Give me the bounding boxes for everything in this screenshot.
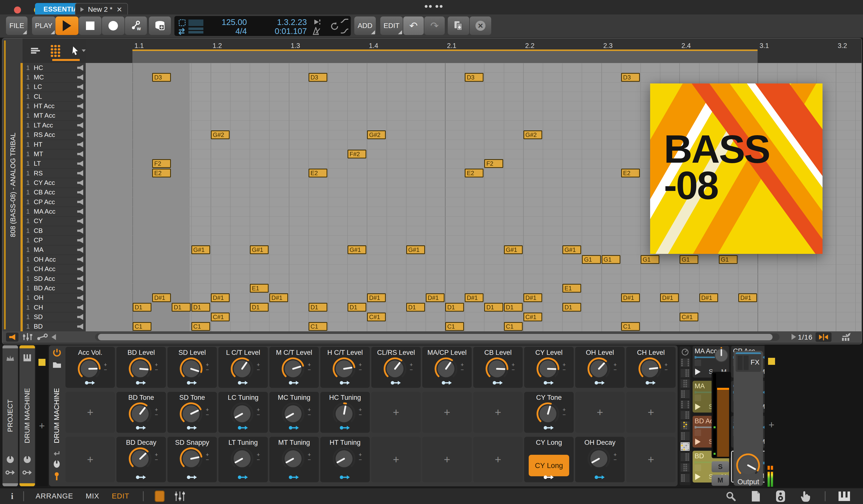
value-stepper[interactable]: +− bbox=[204, 452, 211, 462]
drum-pad-row[interactable]: 1BD bbox=[23, 322, 86, 331]
output-knob[interactable] bbox=[736, 453, 761, 478]
speaker-icon[interactable] bbox=[77, 247, 83, 253]
play-button[interactable] bbox=[55, 16, 78, 35]
drum-pad-row[interactable]: 1CB Acc bbox=[23, 188, 86, 198]
note[interactable]: C1 bbox=[191, 322, 210, 331]
note[interactable]: D1 bbox=[172, 303, 190, 312]
speaker-icon[interactable] bbox=[77, 170, 83, 176]
ch-level-knob[interactable] bbox=[638, 357, 662, 381]
drum-pad-row[interactable]: 1CH Acc bbox=[23, 264, 86, 274]
pin-icon[interactable] bbox=[53, 472, 60, 481]
empty-slot[interactable]: + bbox=[626, 437, 676, 482]
swing-icon[interactable] bbox=[177, 28, 187, 35]
pan-knob[interactable] bbox=[714, 346, 729, 363]
pad-play-icon[interactable] bbox=[695, 368, 701, 375]
clip-sidebar[interactable]: 808 (BASS-08) - ANALOG TRIBAL bbox=[2, 38, 23, 331]
modulation-route-icon[interactable] bbox=[269, 380, 319, 386]
cb-level-knob[interactable] bbox=[485, 357, 509, 381]
speaker-icon[interactable] bbox=[77, 122, 83, 128]
pattern-thumbnail[interactable] bbox=[680, 379, 690, 388]
pattern-thumbnail[interactable] bbox=[680, 474, 690, 482]
file-menu-button[interactable]: FILE bbox=[6, 16, 27, 35]
mt-tuning-knob[interactable] bbox=[281, 447, 305, 471]
drum-pad-row[interactable]: 1RS Acc bbox=[23, 130, 86, 140]
modulation-route-icon[interactable] bbox=[167, 474, 217, 480]
value-stepper[interactable]: +− bbox=[306, 362, 313, 372]
empty-slot[interactable]: + bbox=[473, 392, 523, 433]
drum-pad-row[interactable]: 1CP Acc bbox=[23, 197, 86, 207]
speaker-icon[interactable] bbox=[77, 151, 83, 157]
note[interactable]: D1 bbox=[309, 303, 327, 312]
empty-slot[interactable]: + bbox=[371, 392, 421, 433]
note[interactable]: G#2 bbox=[523, 130, 542, 139]
modulation-route-icon[interactable] bbox=[167, 380, 217, 386]
stop-button[interactable] bbox=[79, 16, 101, 35]
lc-tuning-knob[interactable] bbox=[230, 402, 254, 426]
empty-slot[interactable]: + bbox=[371, 437, 421, 482]
pattern-thumbnail[interactable] bbox=[680, 421, 690, 430]
value-stepper[interactable]: +− bbox=[204, 362, 211, 372]
speaker-icon[interactable] bbox=[77, 304, 83, 310]
drum-pad-row[interactable]: 1RS bbox=[23, 168, 86, 178]
note[interactable]: D3 bbox=[621, 73, 640, 82]
value-stepper[interactable]: +− bbox=[153, 362, 160, 372]
modulation-route-icon[interactable] bbox=[65, 380, 115, 386]
file-icon[interactable] bbox=[751, 491, 761, 502]
modulation-route-icon[interactable] bbox=[218, 380, 268, 386]
note[interactable]: G1 bbox=[602, 255, 621, 264]
speaker-icon[interactable] bbox=[77, 266, 83, 272]
record-button[interactable] bbox=[102, 16, 124, 35]
modulation-route-icon[interactable] bbox=[116, 474, 166, 480]
note[interactable]: G#2 bbox=[367, 130, 386, 139]
speaker-icon[interactable] bbox=[77, 103, 83, 109]
drum-pad-row[interactable]: 1CY Acc bbox=[23, 178, 86, 188]
cy-long-button[interactable]: CY Long bbox=[529, 455, 569, 476]
drum-machine-panel-tab[interactable]: DRUM MACHINE bbox=[20, 345, 35, 486]
value-stepper[interactable]: +− bbox=[306, 407, 313, 417]
pre-roll-icon[interactable] bbox=[340, 18, 349, 24]
modulation-route-icon[interactable] bbox=[320, 474, 370, 480]
note[interactable]: G#1 bbox=[562, 245, 581, 254]
pad-knob-icon[interactable] bbox=[681, 348, 689, 356]
add-device-plus[interactable]: + bbox=[39, 420, 45, 431]
note[interactable]: G1 bbox=[641, 255, 659, 264]
value-stepper[interactable]: +− bbox=[663, 362, 670, 372]
add-plus[interactable]: + bbox=[768, 419, 774, 430]
note[interactable]: D1 bbox=[406, 303, 425, 312]
value-stepper[interactable]: +− bbox=[153, 452, 160, 462]
note[interactable]: D#1 bbox=[426, 293, 445, 302]
note[interactable]: G#1 bbox=[191, 245, 210, 254]
project-tab[interactable]: New 2 * ✕ bbox=[75, 3, 128, 16]
add-to-library-button[interactable] bbox=[149, 16, 171, 35]
empty-slot[interactable]: + bbox=[65, 392, 115, 433]
drum-pad-row[interactable]: 1OH Acc bbox=[23, 255, 86, 264]
drum-pad-row[interactable]: 1LT Acc bbox=[23, 121, 86, 130]
edit-view-button[interactable]: EDIT bbox=[112, 492, 129, 500]
speaker-icon[interactable] bbox=[77, 237, 83, 243]
drum-pad-row[interactable]: 1MT Acc bbox=[23, 111, 86, 121]
empty-slot[interactable]: + bbox=[422, 437, 472, 482]
scroll-left-icon[interactable] bbox=[51, 334, 56, 340]
drum-pad-row[interactable]: 1SD Acc bbox=[23, 274, 86, 284]
pattern-thumbnail[interactable] bbox=[680, 411, 690, 419]
drum-pad-row[interactable]: 1BD Acc bbox=[23, 284, 86, 293]
piano-keyboard-icon[interactable] bbox=[838, 491, 851, 502]
note[interactable]: D#1 bbox=[465, 293, 484, 302]
speaker-icon[interactable] bbox=[77, 218, 83, 224]
note[interactable]: D1 bbox=[191, 303, 210, 312]
mixer-panel-toggle[interactable] bbox=[174, 491, 186, 502]
note[interactable]: E2 bbox=[465, 169, 484, 177]
duplicate-button[interactable] bbox=[448, 16, 469, 35]
note[interactable]: C1 bbox=[621, 322, 640, 331]
modulation-route-icon[interactable] bbox=[218, 474, 268, 480]
tempo-display[interactable]: 125.00 bbox=[207, 17, 247, 27]
deactivate-button[interactable]: ✕ bbox=[470, 16, 491, 35]
note[interactable]: C1 bbox=[309, 322, 327, 331]
drum-pad-row[interactable]: 1LC bbox=[23, 82, 86, 92]
note[interactable]: D1 bbox=[504, 303, 523, 312]
drum-pad-row[interactable]: 1CB bbox=[23, 226, 86, 236]
pad-play-icon[interactable] bbox=[695, 474, 701, 480]
modulation-route-icon[interactable] bbox=[269, 474, 319, 480]
note[interactable]: D#1 bbox=[699, 293, 718, 302]
modulation-route-icon[interactable] bbox=[167, 425, 217, 431]
